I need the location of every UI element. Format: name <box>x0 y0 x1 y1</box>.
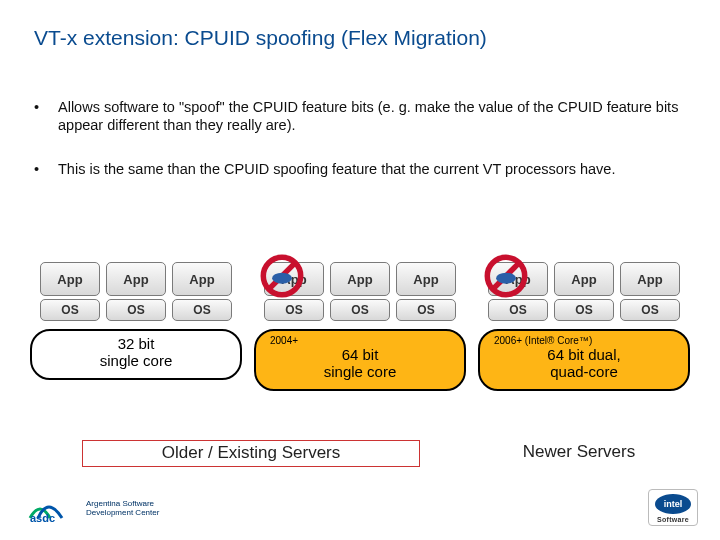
server-group-32bit: App OS App OS App OS 32 bitsingle core <box>30 262 242 391</box>
vm-tiles: App OS App OS App OS <box>264 262 456 321</box>
cpu-label: 32 bitsingle core <box>42 335 230 370</box>
cpu-label: 64 bitsingle core <box>266 346 454 381</box>
os-box: OS <box>330 299 390 321</box>
cpu-label: 64 bit dual,quad-core <box>490 346 678 381</box>
os-box: OS <box>106 299 166 321</box>
caption-older-servers: Older / Existing Servers <box>82 440 420 467</box>
prohibit-icon <box>260 254 304 298</box>
vm-tiles: App OS App OS App OS <box>40 262 232 321</box>
cpu-label-box: 2004+ 64 bitsingle core <box>254 329 466 391</box>
vm-tile: App OS <box>330 262 390 321</box>
cpu-year: 2006+ (Intel® Core™) <box>490 335 678 346</box>
asdc-line: Development Center <box>86 509 159 518</box>
app-box: App <box>40 262 100 296</box>
vm-tile: App OS <box>488 262 548 321</box>
app-box: App <box>620 262 680 296</box>
server-group-64bit-multi: App OS App OS App OS 2006+ (Intel® Core™… <box>478 262 690 391</box>
cpu-year: 2004+ <box>266 335 454 346</box>
asdc-logo-icon: asdc <box>28 494 78 524</box>
svg-point-5 <box>496 273 516 284</box>
intel-sub-label: Software <box>657 516 689 523</box>
app-box: App <box>554 262 614 296</box>
os-box: OS <box>396 299 456 321</box>
footer-right: intel Software <box>648 489 698 526</box>
os-box: OS <box>488 299 548 321</box>
os-box: OS <box>40 299 100 321</box>
svg-text:intel: intel <box>664 499 683 509</box>
bullet-item: • Allows software to "spoof" the CPUID f… <box>34 98 686 134</box>
vm-tile: App OS <box>172 262 232 321</box>
vm-tiles: App OS App OS App OS <box>488 262 680 321</box>
vm-tile: App OS <box>620 262 680 321</box>
bullet-list: • Allows software to "spoof" the CPUID f… <box>0 50 720 178</box>
os-box: OS <box>264 299 324 321</box>
page-title: VT-x extension: CPUID spoofing (Flex Mig… <box>0 0 720 50</box>
os-box: OS <box>554 299 614 321</box>
prohibit-icon <box>484 254 528 298</box>
svg-text:asdc: asdc <box>30 512 55 524</box>
bullet-dot-icon: • <box>34 98 58 134</box>
intel-logo-icon: intel <box>654 493 692 515</box>
os-box: OS <box>620 299 680 321</box>
server-group-64bit-single: App OS App OS App OS 2004+ 64 bitsingle … <box>254 262 466 391</box>
vm-tile: App OS <box>554 262 614 321</box>
bullet-dot-icon: • <box>34 160 58 178</box>
vm-tile: App OS <box>396 262 456 321</box>
app-box: App <box>396 262 456 296</box>
vm-tile: App OS <box>106 262 166 321</box>
bullet-item: • This is the same than the CPUID spoofi… <box>34 160 686 178</box>
bullet-text: This is the same than the CPUID spoofing… <box>58 160 686 178</box>
caption-newer-servers: Newer Servers <box>486 440 672 462</box>
vm-tile: App OS <box>264 262 324 321</box>
os-box: OS <box>172 299 232 321</box>
bullet-text: Allows software to "spoof" the CPUID fea… <box>58 98 686 134</box>
asdc-text: Argentina Software Development Center <box>86 500 159 518</box>
app-box: App <box>106 262 166 296</box>
server-diagram: App OS App OS App OS 32 bitsingle core <box>0 262 720 391</box>
cpu-label-box: 32 bitsingle core <box>30 329 242 380</box>
footer-left: asdc Argentina Software Development Cent… <box>28 494 159 524</box>
vm-tile: App OS <box>40 262 100 321</box>
app-box: App <box>172 262 232 296</box>
svg-point-2 <box>272 273 292 284</box>
cpu-label-box: 2006+ (Intel® Core™) 64 bit dual,quad-co… <box>478 329 690 391</box>
app-box: App <box>330 262 390 296</box>
